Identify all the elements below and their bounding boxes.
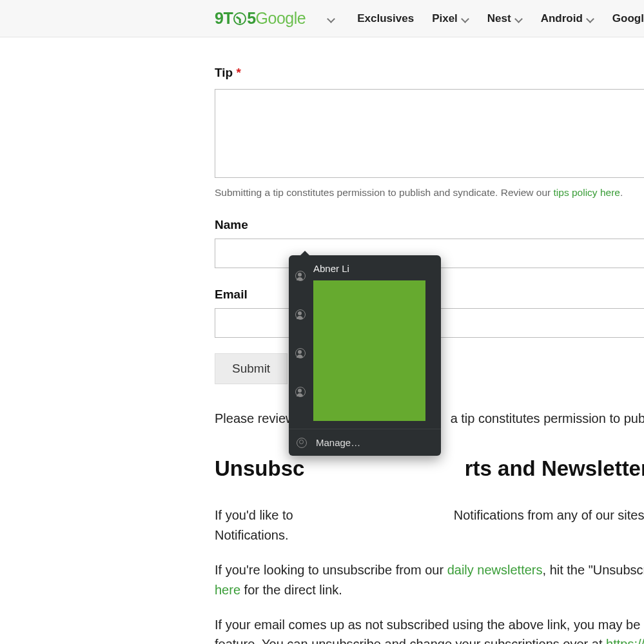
autofill-preview-card — [313, 280, 425, 421]
site-logo[interactable]: 9 T 5 Google — [215, 9, 306, 28]
manage-label: Manage… — [316, 437, 360, 448]
newsletters-paragraph: If you're looking to unsubscribe from ou… — [215, 560, 644, 600]
nav-googletv[interactable]: Google TV — [612, 12, 644, 25]
chevron-down-icon — [587, 15, 594, 23]
main-nav: Exclusives Pixel Nest Android Google TV — [357, 12, 644, 25]
unsubscribe-heading: Unsubsc rts and Newsletters — [215, 456, 644, 481]
nav-pixel[interactable]: Pixel — [432, 12, 469, 25]
tip-hint: Submitting a tip constitutes permission … — [215, 187, 644, 199]
required-marker: * — [236, 66, 240, 79]
tips-policy-link[interactable]: tips policy here — [554, 187, 620, 198]
person-icon[interactable] — [295, 309, 306, 320]
autofill-popup: Abner Li Manage… — [289, 255, 441, 456]
here-link[interactable]: here — [215, 583, 240, 597]
person-icon[interactable] — [295, 271, 306, 281]
wordpress-link[interactable]: https://wo — [606, 637, 644, 644]
logo-nine: 9 — [215, 9, 223, 28]
nav-exclusives[interactable]: Exclusives — [357, 12, 414, 25]
submit-button[interactable]: Submit — [215, 353, 288, 384]
tip-textarea[interactable] — [215, 89, 644, 178]
autofill-body: Abner Li — [289, 255, 441, 429]
notsubscribed-paragraph: If your email comes up as not subscribed… — [215, 615, 644, 644]
site-header: 9 T 5 Google Exclusives Pixel Nest Andro… — [0, 0, 644, 37]
daily-newsletters-link[interactable]: daily newsletters — [447, 563, 543, 577]
nav-android[interactable]: Android — [541, 12, 594, 25]
clock-icon — [233, 12, 246, 25]
logo-to5: T 5 — [223, 9, 255, 28]
logo-google: Google — [256, 9, 306, 28]
person-icon[interactable] — [295, 387, 306, 397]
notifications-paragraph: If you'd like to Notifications from any … — [215, 505, 644, 545]
autofill-name: Abner Li — [313, 263, 433, 274]
autofill-suggestion[interactable]: Abner Li — [313, 263, 433, 421]
chevron-down-icon — [515, 15, 523, 23]
nav-nest[interactable]: Nest — [487, 12, 523, 25]
chevron-down-icon — [462, 15, 469, 23]
name-label: Name — [215, 218, 644, 232]
chrome-icon — [297, 438, 307, 448]
tip-label: Tip * — [215, 66, 644, 80]
autofill-icon-column — [295, 263, 306, 421]
autofill-footer[interactable]: Manage… — [289, 429, 441, 456]
person-icon[interactable] — [295, 348, 306, 358]
